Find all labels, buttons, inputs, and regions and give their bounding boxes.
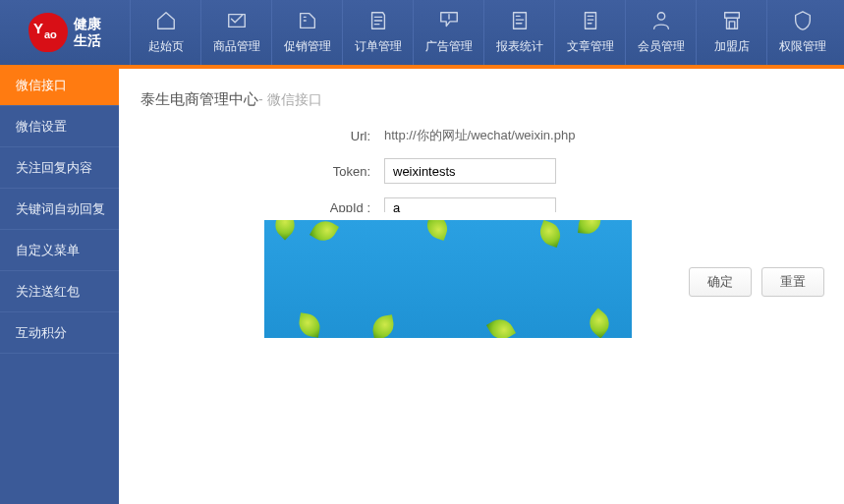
sidebar-item-follow-redpack[interactable]: 关注送红包 [0,271,119,312]
order-icon [367,10,389,34]
sidebar-item-label: 微信设置 [16,118,67,136]
sidebar-item-weixin-api[interactable]: 微信接口 [0,65,119,106]
sidebar-item-label: 互动积分 [16,324,67,342]
breadcrumb-sub: 微信接口 [267,91,322,107]
nav-label: 权限管理 [779,38,826,55]
sidebar-item-weixin-setting[interactable]: 微信设置 [0,106,119,147]
sidebar-item-label: 微信接口 [16,77,67,94]
article-icon [580,10,601,34]
nav-label: 订单管理 [355,38,402,55]
topnav: 起始页商品管理促销管理订单管理广告管理报表统计文章管理会员管理加盟店权限管理 [130,0,844,65]
brand-icon: Y ao [28,13,68,52]
nav-auth[interactable]: 权限管理 [766,0,837,65]
nav-member[interactable]: 会员管理 [625,0,696,65]
nav-label: 会员管理 [638,38,685,55]
sidebar-item-label: 自定义菜单 [16,242,80,259]
nav-goods[interactable]: 商品管理 [200,0,271,65]
breadcrumb-main: 泰生电商管理中心 [141,90,258,107]
nav-promo[interactable]: 促销管理 [271,0,342,65]
content: 泰生电商管理中心- 微信接口 Url: http://你的网址/wechat/w… [119,65,844,504]
topbar: Y ao 健康 生活 起始页商品管理促销管理订单管理广告管理报表统计文章管理会员… [0,0,844,65]
form-buttons: 确定 重置 [689,267,824,297]
sidebar-item-label: 关注送红包 [16,283,80,301]
goods-icon [226,10,248,34]
nav-label: 商品管理 [213,38,260,55]
nav-order[interactable]: 订单管理 [342,0,413,65]
brand-logo: Y ao 健康 生活 [0,0,130,65]
advert-icon [438,10,460,34]
sidebar: 微信接口微信设置关注回复内容关键词自动回复自定义菜单关注送红包互动积分 [0,65,119,504]
label-token: Token: [139,164,384,179]
sidebar-item-follow-reply[interactable]: 关注回复内容 [0,147,119,189]
nav-label: 广告管理 [425,38,473,55]
nav-home[interactable]: 起始页 [130,0,200,65]
row-url: Url: http://你的网址/wechat/weixin.php [139,127,824,144]
label-url: Url: [139,129,384,143]
nav-label: 促销管理 [284,38,331,55]
sidebar-item-label: 关键词自动回复 [16,200,105,218]
nav-label: 报表统计 [496,38,543,55]
row-token: Token: [139,158,824,184]
nav-report[interactable]: 报表统计 [483,0,554,65]
promo-icon [297,10,318,34]
value-url: http://你的网址/wechat/weixin.php [384,127,575,144]
brand-text: 健康 生活 [74,16,101,49]
ok-button[interactable]: 确定 [689,267,752,297]
store-icon [721,10,743,34]
reset-button[interactable]: 重置 [761,267,824,297]
home-icon [155,10,177,34]
nav-store[interactable]: 加盟店 [696,0,766,65]
member-icon [650,10,672,34]
report-icon [509,10,531,34]
nav-article[interactable]: 文章管理 [554,0,625,65]
sidebar-item-label: 关注回复内容 [16,159,92,177]
nav-advert[interactable]: 广告管理 [413,0,483,65]
input-token[interactable] [384,158,556,184]
auth-icon [792,10,814,34]
breadcrumb: 泰生电商管理中心- 微信接口 [119,65,844,127]
sidebar-item-points[interactable]: 互动积分 [0,312,119,354]
sidebar-item-keyword-reply[interactable]: 关键词自动回复 [0,189,119,230]
sidebar-item-custom-menu[interactable]: 自定义菜单 [0,230,119,271]
nav-label: 起始页 [148,38,184,55]
image-preview [256,212,640,346]
form: Url: http://你的网址/wechat/weixin.php Token… [139,127,824,297]
nav-label: 加盟店 [714,38,750,55]
nav-label: 文章管理 [567,38,614,55]
